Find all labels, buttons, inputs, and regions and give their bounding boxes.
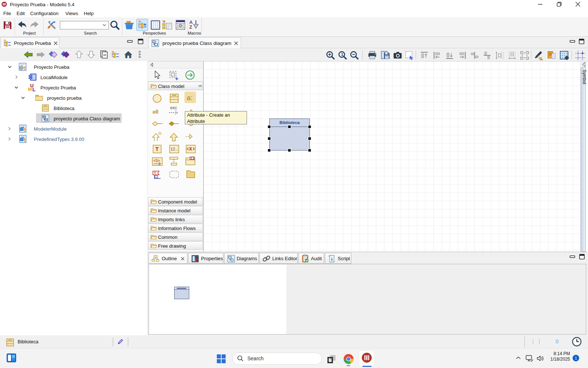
svg-text:o0: o0 [153, 109, 158, 115]
svg-text:a:: a: [187, 94, 193, 102]
svg-text:Z: Z [189, 24, 192, 30]
svg-text:<S>: <S> [153, 159, 160, 163]
svg-text:L: L [32, 86, 36, 92]
svg-text:1: 1 [341, 52, 343, 57]
svg-text:exc: exc [170, 105, 177, 110]
svg-text:T: T [154, 171, 156, 175]
svg-text:12...: 12... [171, 147, 178, 151]
svg-text:M: M [28, 86, 32, 92]
svg-text:T: T [155, 146, 159, 152]
svg-text:T: T [191, 157, 193, 160]
svg-text:X: X [189, 146, 192, 152]
